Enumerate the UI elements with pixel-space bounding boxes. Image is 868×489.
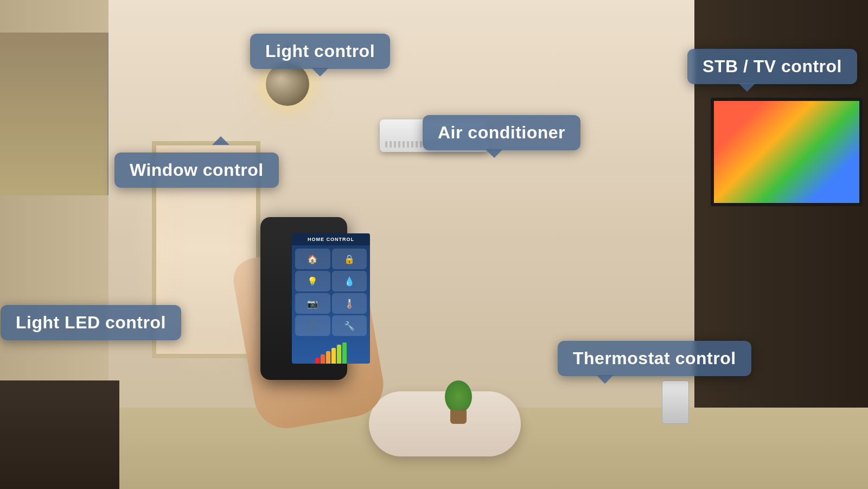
callout-window-control: Window control [114, 153, 279, 188]
phone-icon-home[interactable]: 🏠 [295, 249, 330, 269]
temp-seg-1 [315, 358, 320, 364]
plant-pot [450, 410, 467, 424]
temp-seg-4 [331, 348, 336, 364]
callout-thermostat-control: Thermostat control [558, 341, 751, 376]
light-globe [266, 62, 309, 106]
phone-icon-grid: 🏠 🔒 💡 💧 📷 🌡️ 🎵 🔧 [292, 245, 370, 339]
tv-screen [711, 98, 863, 206]
thermostat-device [662, 380, 689, 424]
cabinet-top [0, 33, 108, 195]
callout-light-led-control: Light LED control [1, 305, 181, 340]
callout-light-control: Light control [250, 34, 390, 69]
phone-icon-music[interactable]: 🎵 [295, 315, 330, 336]
phone-icon-camera[interactable]: 📷 [295, 293, 330, 314]
temp-seg-5 [337, 345, 341, 364]
temp-seg-2 [321, 354, 325, 364]
callout-air-conditioner: Air conditioner [423, 115, 580, 150]
phone-icon-light[interactable]: 💡 [295, 271, 330, 291]
phone-icon-water[interactable]: 💧 [332, 271, 367, 291]
phone-body: HOME CONTROL 🏠 🔒 💡 💧 📷 🌡️ 🎵 🔧 [260, 217, 347, 380]
phone-area: HOME CONTROL 🏠 🔒 💡 💧 📷 🌡️ 🎵 🔧 [233, 206, 385, 423]
phone-icon-settings[interactable]: 🔧 [332, 315, 367, 336]
phone-bottom-area: 21°C 📶 [292, 339, 370, 364]
kitchen-counter [0, 380, 119, 489]
phone-icon-temp[interactable]: 🌡️ [332, 293, 367, 314]
temp-seg-6 [342, 342, 347, 364]
phone-screen: HOME CONTROL 🏠 🔒 💡 💧 📷 🌡️ 🎵 🔧 [292, 233, 370, 364]
temp-bar [315, 342, 347, 364]
phone-icon-lock[interactable]: 🔒 [332, 249, 367, 269]
plant [445, 380, 472, 424]
plant-leaves [445, 380, 472, 413]
callout-stb-tv-control: STB / TV control [687, 49, 857, 84]
temp-seg-3 [326, 351, 330, 364]
phone-app-header: HOME CONTROL [292, 233, 370, 245]
